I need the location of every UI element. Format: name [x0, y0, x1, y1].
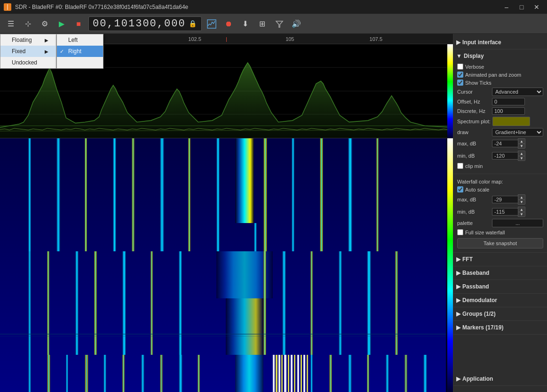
display-header[interactable]: ▼ Display — [453, 51, 547, 61]
titlebar-left: SDR - BladeRF #0: BladeRF 0x77162e38f0d1… — [4, 3, 188, 11]
menu-item-right[interactable]: ✓ Right — [57, 46, 103, 57]
snapshot-button[interactable]: Take snapshot — [457, 238, 543, 248]
svg-rect-21 — [292, 138, 294, 251]
application-arrow: ▶ — [456, 376, 460, 382]
min-db-up-btn[interactable]: ▲ — [518, 151, 525, 156]
show-ticks-row: Show Ticks — [457, 79, 543, 87]
spectrum-btn[interactable] — [205, 17, 219, 31]
position-submenu: Left ✓ Right — [56, 34, 103, 69]
waterfall-header-row: Waterfall color map: — [457, 178, 543, 185]
svg-rect-36 — [282, 251, 286, 355]
clip-min-checkbox[interactable] — [457, 163, 463, 169]
fft-header[interactable]: ▶ FFT — [453, 255, 547, 264]
auto-scale-checkbox[interactable] — [457, 186, 463, 192]
markers-header[interactable]: ▶ Markers (17/19) — [453, 323, 547, 332]
max-db-input[interactable] — [492, 140, 518, 147]
svg-rect-49 — [179, 355, 182, 392]
wf-max-spinbox: ▲ ▼ — [492, 194, 543, 205]
menu-button[interactable]: ☰ — [4, 17, 18, 31]
wf-max-up-btn[interactable]: ▲ — [518, 194, 525, 200]
animated-pan-checkbox[interactable] — [457, 72, 463, 78]
download-btn[interactable]: ⬇ — [238, 17, 253, 31]
wf-min-up-btn[interactable]: ▲ — [518, 207, 525, 212]
menu-item-floating[interactable]: Floating ▶ — [0, 34, 56, 46]
svg-rect-42 — [47, 355, 50, 392]
svg-rect-18 — [235, 138, 254, 223]
min-db-down-btn[interactable]: ▼ — [518, 156, 525, 161]
max-db-up-btn[interactable]: ▲ — [518, 138, 525, 144]
stop-button[interactable]: ■ — [71, 17, 86, 31]
cursor-row: Cursor Advanced None Basic — [457, 87, 543, 97]
min-db-spinbox: ▲ ▼ — [492, 151, 543, 161]
svg-rect-43 — [66, 355, 68, 392]
groups-label: Groups (1/2) — [462, 311, 496, 317]
svg-rect-40 — [395, 251, 398, 355]
maximize-button[interactable]: □ — [515, 2, 528, 12]
close-button[interactable]: ✕ — [530, 2, 543, 12]
audio-btn[interactable]: 🔊 — [289, 17, 303, 31]
menu-item-undocked[interactable]: Undocked — [0, 57, 56, 68]
full-waterfall-checkbox[interactable] — [457, 229, 463, 235]
animated-pan-label[interactable]: Animated pan and zoom — [457, 72, 521, 78]
svg-rect-66 — [367, 355, 369, 392]
wf-max-down-btn[interactable]: ▼ — [518, 200, 525, 205]
full-waterfall-row: Full size waterfall — [457, 228, 543, 236]
layout-btn[interactable]: ⊞ — [255, 17, 270, 31]
input-interface-header[interactable]: ▶ Input interface — [453, 38, 547, 47]
cursor-select[interactable]: Advanced None Basic — [492, 88, 543, 96]
svg-rect-44 — [85, 355, 88, 392]
minimize-button[interactable]: – — [500, 2, 513, 12]
show-ticks-label[interactable]: Show Ticks — [457, 80, 492, 86]
markers-label: Markers (17/19) — [462, 324, 503, 331]
svg-rect-30 — [151, 251, 153, 355]
animated-pan-row: Animated pan and zoom — [457, 71, 543, 79]
min-db-label: min, dB — [457, 153, 490, 159]
wf-min-down-btn[interactable]: ▼ — [518, 212, 525, 217]
clip-min-label[interactable]: clip min — [457, 163, 483, 169]
content-area: Floating ▶ Fixed ▶ Undocked Left ✓ Ri — [0, 34, 453, 392]
draw-select[interactable]: Gradient+line Line Gradient Fill — [492, 128, 543, 136]
wf-min-input[interactable] — [492, 208, 518, 216]
display-content: Verbose Animated pan and zoom Show Ticks — [453, 61, 547, 172]
cursor-tool-button[interactable]: ⊹ — [21, 17, 35, 31]
verbose-checkbox[interactable] — [457, 64, 463, 70]
show-ticks-checkbox[interactable] — [457, 80, 463, 86]
toolbar: ☰ ⊹ ⚙ ▶ ■ 00,101300,000 🔒 ⏺ ⬇ ⊞ 🔊 — [0, 14, 547, 34]
input-interface-arrow: ▶ — [456, 39, 460, 46]
svg-rect-59 — [297, 355, 299, 392]
record-btn[interactable]: ⏺ — [222, 17, 236, 31]
application-header[interactable]: ▶ Application — [453, 374, 547, 384]
frequency-display[interactable]: 00,101300,000 🔒 — [88, 16, 202, 31]
spectrum-plot-row: Spectrum plot: — [457, 116, 543, 127]
full-waterfall-label[interactable]: Full size waterfall — [457, 229, 505, 235]
discrete-row: Discrete, Hz — [457, 106, 543, 116]
svg-rect-12 — [85, 138, 87, 251]
play-button[interactable]: ▶ — [55, 17, 69, 31]
discrete-input[interactable] — [492, 107, 525, 115]
wf-max-input[interactable] — [492, 196, 518, 203]
filter-btn[interactable] — [272, 17, 286, 31]
offset-input[interactable] — [492, 98, 525, 105]
fft-arrow: ▶ — [456, 256, 460, 263]
max-db-label: max, dB — [457, 141, 490, 146]
svg-rect-50 — [198, 355, 200, 392]
auto-scale-label[interactable]: Auto scale — [457, 186, 489, 192]
svg-rect-52 — [276, 355, 277, 392]
waterfall-section: Waterfall color map: Auto scale max, dB … — [453, 174, 547, 253]
settings-button[interactable]: ⚙ — [38, 17, 52, 31]
max-db-down-btn[interactable]: ▼ — [518, 144, 525, 149]
svg-rect-29 — [122, 251, 126, 355]
groups-header[interactable]: ▶ Groups (1/2) — [453, 309, 547, 319]
demodulator-header[interactable]: ▶ Demodulator — [453, 296, 547, 305]
verbose-label[interactable]: Verbose — [457, 64, 484, 70]
spectrum-color-swatch[interactable] — [492, 117, 530, 126]
passband-header[interactable]: ▶ Passband — [453, 282, 547, 291]
palette-label: palette — [457, 220, 490, 226]
baseband-header[interactable]: ▶ Baseband — [453, 268, 547, 278]
menu-item-left[interactable]: Left — [57, 34, 103, 46]
palette-button[interactable]: ... — [492, 219, 543, 227]
svg-rect-45 — [103, 355, 106, 392]
svg-rect-65 — [348, 355, 352, 392]
min-db-input[interactable] — [492, 152, 518, 160]
menu-item-fixed[interactable]: Fixed ▶ — [0, 46, 56, 57]
